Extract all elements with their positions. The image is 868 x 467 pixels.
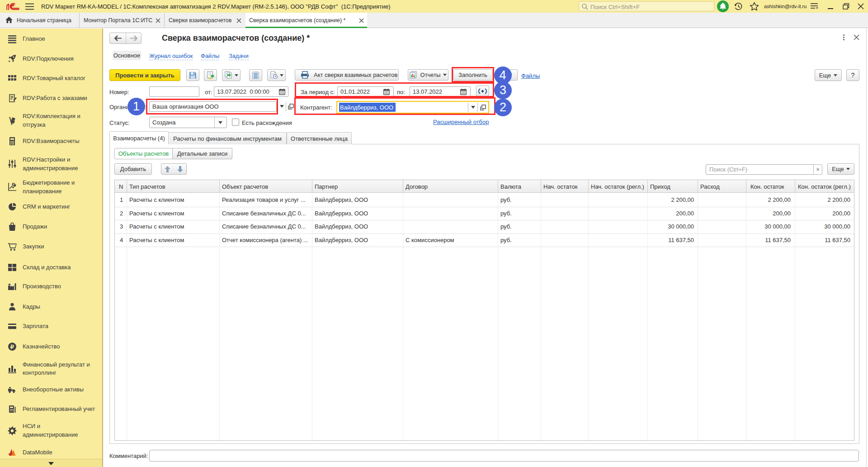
svg-text:₽: ₽: [13, 183, 14, 186]
svg-text:₽: ₽: [10, 343, 14, 350]
